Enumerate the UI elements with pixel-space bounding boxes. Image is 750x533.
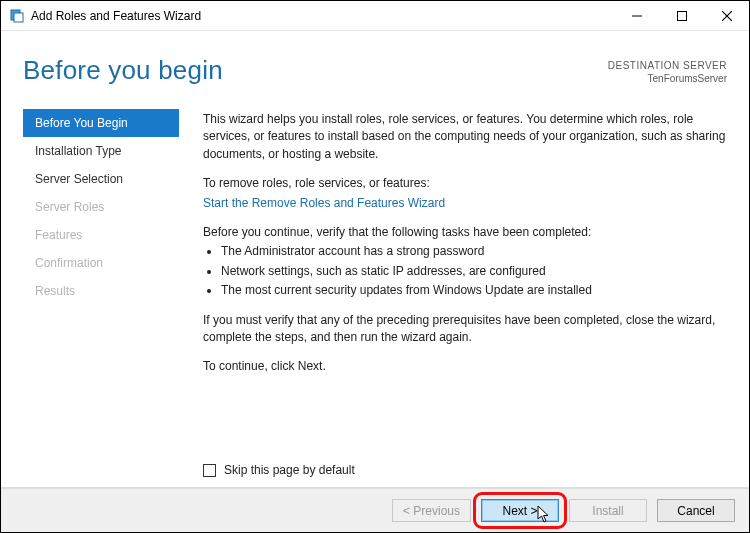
page-header: Before you begin DESTINATION SERVER TenF…	[1, 31, 749, 96]
sidebar-item-before-you-begin[interactable]: Before You Begin	[23, 109, 179, 137]
sidebar-item-server-selection[interactable]: Server Selection	[23, 165, 179, 193]
remove-roles-link[interactable]: Start the Remove Roles and Features Wiza…	[203, 196, 445, 210]
svg-rect-3	[677, 11, 686, 20]
sidebar-item-results: Results	[23, 277, 179, 305]
verify-close-text: If you must verify that any of the prece…	[203, 312, 729, 347]
titlebar: Add Roles and Features Wizard	[1, 1, 749, 31]
verify-intro-text: Before you continue, verify that the fol…	[203, 224, 729, 241]
intro-text: This wizard helps you install roles, rol…	[203, 111, 729, 163]
continue-text: To continue, click Next.	[203, 358, 729, 375]
prereq-list: The Administrator account has a strong p…	[203, 243, 729, 299]
app-icon	[9, 8, 25, 24]
destination-server-block: DESTINATION SERVER TenForumsServer	[608, 55, 727, 85]
skip-page-label: Skip this page by default	[224, 462, 355, 479]
sidebar-item-features: Features	[23, 221, 179, 249]
remove-roles-label: To remove roles, role services, or featu…	[203, 175, 729, 192]
prereq-item: The Administrator account has a strong p…	[221, 243, 729, 260]
skip-page-checkbox[interactable]	[203, 464, 216, 477]
next-button[interactable]: Next >	[481, 499, 559, 522]
previous-button: < Previous	[392, 499, 471, 522]
close-button[interactable]	[704, 1, 749, 31]
svg-rect-1	[14, 13, 23, 22]
destination-server-value: TenForumsServer	[608, 72, 727, 85]
prereq-item: Network settings, such as static IP addr…	[221, 263, 729, 280]
wizard-sidebar: Before You Begin Installation Type Serve…	[1, 101, 189, 487]
minimize-button[interactable]	[614, 1, 659, 31]
destination-server-label: DESTINATION SERVER	[608, 59, 727, 72]
cancel-button[interactable]: Cancel	[657, 499, 735, 522]
window-title: Add Roles and Features Wizard	[31, 9, 201, 23]
wizard-content: This wizard helps you install roles, rol…	[189, 101, 749, 487]
main-area: Before You Begin Installation Type Serve…	[1, 101, 749, 488]
sidebar-item-server-roles: Server Roles	[23, 193, 179, 221]
maximize-button[interactable]	[659, 1, 704, 31]
wizard-footer: < Previous Next > Install Cancel	[1, 488, 749, 532]
window-controls	[614, 1, 749, 30]
sidebar-item-confirmation: Confirmation	[23, 249, 179, 277]
prereq-item: The most current security updates from W…	[221, 282, 729, 299]
skip-page-row[interactable]: Skip this page by default	[203, 462, 355, 479]
page-title: Before you begin	[23, 55, 223, 86]
install-button: Install	[569, 499, 647, 522]
sidebar-item-installation-type[interactable]: Installation Type	[23, 137, 179, 165]
